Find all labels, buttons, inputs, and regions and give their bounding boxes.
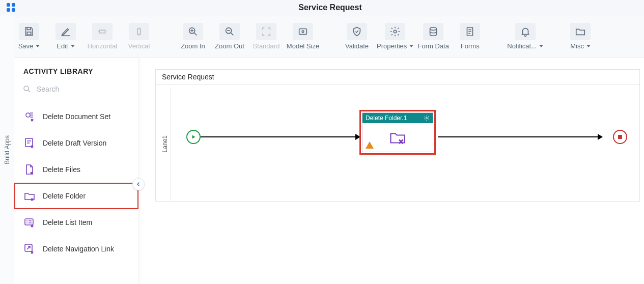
misc-button[interactable]: Misc	[564, 20, 597, 53]
svg-rect-5	[100, 30, 105, 33]
folder-icon	[570, 23, 591, 40]
notifications-button[interactable]: Notificat...	[507, 20, 543, 53]
activity-list: Delete Document Set Delete Draft Version…	[14, 100, 138, 284]
horizontal-icon	[92, 23, 113, 40]
svg-point-15	[26, 113, 30, 117]
connector-line	[201, 136, 359, 137]
lane-name: Lane1	[161, 135, 169, 152]
end-node[interactable]	[613, 130, 627, 144]
properties-label: Properties	[377, 42, 413, 50]
search-input[interactable]	[37, 85, 130, 93]
page-title: Service Request	[16, 3, 644, 12]
model-size-button[interactable]: Model Size	[286, 20, 320, 53]
form-data-button[interactable]: Form Data	[416, 20, 450, 53]
misc-label: Misc	[570, 42, 591, 50]
folder-delete-icon	[23, 190, 36, 202]
arrow-icon	[598, 134, 603, 140]
svg-rect-9	[299, 29, 307, 35]
search-row	[14, 81, 138, 100]
svg-rect-4	[27, 32, 31, 35]
activity-item-delete-folder[interactable]: Delete Folder	[14, 183, 138, 209]
activity-library-panel: ACTIVITY LIBRARY Delete Document Set Del…	[14, 58, 139, 284]
svg-rect-17	[25, 219, 33, 225]
svg-point-19	[426, 118, 428, 119]
list-item-icon	[23, 216, 36, 229]
activity-item-label: Delete List Item	[43, 218, 92, 226]
activity-body	[362, 123, 433, 152]
standard-icon	[256, 23, 276, 40]
zoom-out-icon	[219, 23, 240, 40]
activity-item-label: Delete Draft Version	[43, 139, 106, 147]
svg-point-11	[394, 30, 397, 33]
activity-item-label: Delete Navigation Link	[43, 245, 114, 253]
validate-button[interactable]: Validate	[340, 20, 374, 53]
zoom-out-label: Zoom Out	[215, 42, 244, 50]
activity-item-delete-draft-version[interactable]: Delete Draft Version	[14, 130, 138, 156]
model-size-icon	[293, 23, 313, 40]
notifications-label: Notificat...	[507, 42, 543, 50]
app-grid-icon[interactable]	[6, 3, 16, 13]
activity-item-delete-navigation-link[interactable]: Delete Navigation Link	[14, 236, 138, 262]
process-canvas[interactable]: Service Request Lane1 Delete Folder.1	[155, 69, 640, 202]
activity-item-label: Delete Folder	[43, 192, 86, 200]
forms-label: Forms	[461, 42, 480, 50]
forms-button[interactable]: Forms	[453, 20, 487, 53]
svg-point-10	[302, 31, 304, 33]
save-icon	[19, 23, 39, 40]
save-label: Save	[18, 42, 40, 50]
svg-rect-20	[618, 135, 622, 139]
activity-library-heading: ACTIVITY LIBRARY	[14, 58, 138, 81]
zoom-in-label: Zoom In	[181, 42, 205, 50]
svg-point-12	[430, 27, 437, 31]
bell-icon	[515, 23, 536, 40]
top-bar: Service Request	[0, 0, 644, 15]
zoom-in-button[interactable]: Zoom In	[176, 20, 210, 53]
activity-item-label: Delete Files	[43, 165, 80, 174]
svg-rect-6	[137, 29, 141, 35]
gear-icon	[385, 23, 405, 40]
activity-gear-icon[interactable]	[424, 115, 430, 121]
activity-item-delete-files[interactable]: Delete Files	[14, 156, 138, 183]
nav-link-icon	[23, 243, 36, 255]
zoom-in-icon	[183, 23, 203, 40]
standard-label: Standard	[253, 42, 280, 50]
document-set-icon	[23, 110, 36, 123]
edit-button[interactable]: Edit	[49, 20, 82, 53]
validate-icon	[347, 23, 367, 40]
vertical-button: Vertical	[122, 20, 156, 53]
edit-label: Edit	[57, 42, 74, 50]
standard-button: Standard	[249, 20, 283, 53]
activity-item-delete-document-set[interactable]: Delete Document Set	[14, 103, 138, 130]
sidebar-collapse-button[interactable]	[132, 178, 145, 190]
vertical-label: Vertical	[128, 42, 150, 50]
canvas-title: Service Request	[156, 70, 639, 84]
activity-item-delete-list-item[interactable]: Delete List Item	[14, 209, 138, 236]
horizontal-label: Horizontal	[88, 42, 118, 50]
zoom-out-button[interactable]: Zoom Out	[213, 20, 246, 53]
search-icon	[22, 84, 32, 94]
activity-node-delete-folder[interactable]: Delete Folder.1	[359, 110, 436, 155]
connector-line	[438, 136, 601, 137]
svg-rect-0	[7, 3, 10, 7]
svg-rect-3	[12, 8, 15, 12]
canvas-area: Service Request Lane1 Delete Folder.1	[139, 58, 644, 284]
lane-body[interactable]: Delete Folder.1	[171, 87, 639, 201]
left-rail[interactable]: Build Apps	[0, 15, 14, 284]
vertical-icon	[129, 23, 149, 40]
save-button[interactable]: Save	[12, 20, 46, 53]
database-icon	[423, 23, 443, 40]
activity-title: Delete Folder.1	[366, 115, 407, 122]
properties-button[interactable]: Properties	[377, 20, 413, 53]
file-icon	[23, 163, 36, 176]
lane-label: Lane1	[159, 87, 171, 201]
draft-icon	[23, 137, 36, 149]
left-rail-label: Build Apps	[4, 135, 11, 164]
svg-rect-2	[7, 8, 10, 12]
start-node[interactable]	[186, 130, 201, 144]
form-data-label: Form Data	[418, 42, 449, 50]
edit-icon	[55, 23, 76, 40]
validate-label: Validate	[345, 42, 369, 50]
warning-icon	[366, 141, 374, 149]
activity-header: Delete Folder.1	[362, 113, 433, 123]
svg-point-14	[24, 86, 29, 91]
